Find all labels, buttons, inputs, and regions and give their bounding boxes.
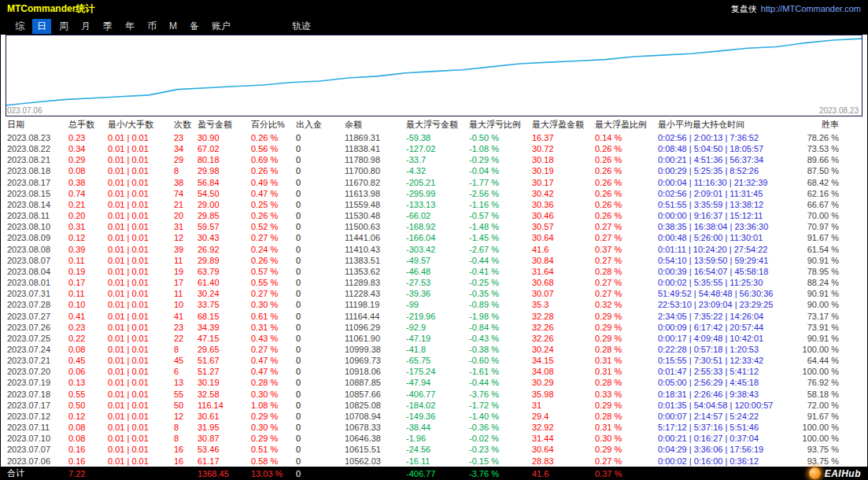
row27-col1: 0.08 <box>68 433 108 444</box>
menu-item-6[interactable]: 年 <box>120 19 139 34</box>
row24-col13: 72.00 % <box>796 400 839 411</box>
row24-col10: 31 <box>532 400 595 411</box>
row25-col2: 0.01 | 0.01 <box>108 411 174 422</box>
table-row[interactable]: 2023.08.150.740.01 | 0.017454.500.47 %01… <box>1 188 867 199</box>
row19-col13: 100.00 % <box>796 344 839 355</box>
row15-col5: 0.30 % <box>251 299 296 310</box>
row23-col11: 0.33 % <box>595 389 658 400</box>
row16-col7: 11164.44 <box>345 311 406 322</box>
table-row[interactable]: 2023.08.180.080.01 | 0.01829.980.26 %011… <box>1 165 867 176</box>
row28-col5: 0.51 % <box>251 444 296 455</box>
row25-col3: 12 <box>174 411 198 422</box>
table-row[interactable]: 2023.08.110.200.01 | 0.012029.850.26 %01… <box>1 210 867 221</box>
table-row[interactable]: 2023.07.210.450.01 | 0.014551.670.47 %01… <box>1 355 867 366</box>
row11-col0: 2023.08.07 <box>7 255 68 266</box>
row24-col0: 2023.07.17 <box>7 400 68 411</box>
row2-col6: 0 <box>296 154 345 165</box>
row16-col8: -219.96 <box>406 311 469 322</box>
menu-item-10[interactable]: 账户 <box>207 19 235 34</box>
column-header-col6: 出入金 <box>296 119 345 131</box>
table-row[interactable]: 2023.07.270.410.01 | 0.014168.150.61 %01… <box>1 311 867 322</box>
menu-item-7[interactable]: 币 <box>142 19 161 34</box>
table-row[interactable]: 2023.07.110.080.01 | 0.01831.950.30 %010… <box>1 422 867 433</box>
menu-item-9[interactable]: 备 <box>185 19 204 34</box>
table-row[interactable]: 2023.07.200.060.01 | 0.01651.270.47 %010… <box>1 366 867 377</box>
table-row[interactable]: 2023.08.070.110.01 | 0.011129.890.26 %01… <box>1 255 867 266</box>
menu-item-4[interactable]: 月 <box>76 19 95 34</box>
row12-col3: 19 <box>174 266 198 277</box>
table-row[interactable]: 2023.07.240.080.01 | 0.01829.650.27 %010… <box>1 344 867 355</box>
table-row[interactable]: 2023.07.120.120.01 | 0.011230.610.29 %01… <box>1 411 867 422</box>
table-row[interactable]: 2023.07.180.550.01 | 0.015532.580.30 %01… <box>1 389 867 400</box>
row8-col7: 11500.63 <box>345 221 406 232</box>
row7-col10: 30.46 <box>532 210 595 221</box>
menu-item-8[interactable]: M <box>164 20 182 32</box>
row2-col13: 89.66 % <box>796 154 839 165</box>
row18-col1: 0.22 <box>68 333 108 344</box>
table-row[interactable]: 2023.07.310.110.01 | 0.011130.240.27 %01… <box>1 288 867 299</box>
row16-col1: 0.41 <box>68 311 108 322</box>
table-row[interactable]: 2023.08.140.210.01 | 0.012129.000.25 %01… <box>1 199 867 210</box>
row0-col1: 0.23 <box>68 132 108 143</box>
row26-col3: 8 <box>174 422 198 433</box>
row9-col1: 0.12 <box>68 232 108 243</box>
table-row[interactable]: 2023.08.010.170.01 | 0.011761.400.55 %01… <box>1 277 867 288</box>
table-row[interactable]: 2023.07.280.100.01 | 0.011033.750.30 %01… <box>1 299 867 310</box>
table-row[interactable]: 2023.07.250.220.01 | 0.012247.150.43 %01… <box>1 333 867 344</box>
row4-col4: 56.84 <box>198 177 251 188</box>
table-row[interactable]: 2023.08.210.290.01 | 0.012980.180.69 %01… <box>1 154 867 165</box>
row2-col7: 11780.98 <box>345 154 406 165</box>
menu-item-2[interactable]: 日 <box>32 19 51 34</box>
table-row[interactable]: 2023.08.090.120.01 | 0.011230.430.27 %01… <box>1 232 867 243</box>
column-header-col13: 胜率 <box>796 119 839 131</box>
row10-col12: 0:01:11 | 10:24:20 | 27:54:22 <box>658 244 796 255</box>
column-header-col7: 余额 <box>345 119 406 131</box>
row28-col4: 53.46 <box>198 444 251 455</box>
row5-col5: 0.47 % <box>251 188 296 199</box>
row20-col2: 0.01 | 0.01 <box>108 355 174 366</box>
menu-item-3[interactable]: 周 <box>54 19 73 34</box>
table-row[interactable]: 2023.08.230.230.01 | 0.012330.900.26 %01… <box>1 132 867 143</box>
menu-item-track[interactable]: 轨迹 <box>287 19 316 34</box>
row27-col2: 0.01 | 0.01 <box>108 433 174 444</box>
table-row[interactable]: 2023.08.100.310.01 | 0.013159.570.52 %01… <box>1 221 867 232</box>
table-row[interactable]: 2023.08.040.190.01 | 0.011963.790.57 %01… <box>1 266 867 277</box>
row5-col10: 30.42 <box>532 188 595 199</box>
menu-item-1[interactable]: 综 <box>10 19 29 34</box>
row19-col6: 0 <box>296 344 345 355</box>
row11-col5: 0.26 % <box>251 255 296 266</box>
row23-col13: 58.18 % <box>796 389 839 400</box>
row9-col0: 2023.08.09 <box>7 232 68 243</box>
row24-col6: 0 <box>296 400 345 411</box>
table-row[interactable]: 2023.08.220.340.01 | 0.013467.020.56 %01… <box>1 143 867 154</box>
row27-col3: 8 <box>174 433 198 444</box>
row13-col12: 0:00:02 | 5:35:55 | 11:25:30 <box>658 277 796 288</box>
row28-col8: -24.56 <box>406 444 469 455</box>
row16-col5: 0.61 % <box>251 311 296 322</box>
row14-col3: 11 <box>174 288 198 299</box>
table-row[interactable]: 2023.07.190.130.01 | 0.011330.190.28 %01… <box>1 377 867 388</box>
menu-item-5[interactable]: 季 <box>98 19 117 34</box>
row14-col4: 30.24 <box>198 288 251 299</box>
row15-col8: -99 <box>406 299 469 310</box>
table-row[interactable]: 2023.07.260.230.01 | 0.012334.390.31 %01… <box>1 322 867 333</box>
row9-col13: 91.67 % <box>796 232 839 243</box>
row9-col10: 30.64 <box>532 232 595 243</box>
row0-col13: 78.26 % <box>796 132 839 143</box>
row7-col6: 0 <box>296 210 345 221</box>
row8-col4: 59.57 <box>198 221 251 232</box>
table-row[interactable]: 2023.07.070.160.01 | 0.011653.460.51 %01… <box>1 444 867 455</box>
row20-col4: 51.67 <box>198 355 251 366</box>
table-row[interactable]: 2023.07.170.500.01 | 0.0150116.141.08 %0… <box>1 400 867 411</box>
table-row[interactable]: 2023.07.060.160.01 | 0.011661.170.58 %01… <box>1 456 867 467</box>
table-row[interactable]: 2023.08.080.390.01 | 0.013926.920.24 %01… <box>1 244 867 255</box>
brand-url-link[interactable]: http://MTCommander.com <box>761 4 861 13</box>
table-row[interactable]: 2023.07.100.080.01 | 0.01830.870.29 %010… <box>1 433 867 444</box>
row28-col9: -0.23 % <box>469 444 532 455</box>
row22-col13: 76.92 % <box>796 377 839 388</box>
row18-col6: 0 <box>296 333 345 344</box>
row8-col3: 31 <box>174 221 198 232</box>
row4-col11: 0.26 % <box>595 177 658 188</box>
table-row[interactable]: 2023.08.170.380.01 | 0.013856.840.49 %01… <box>1 177 867 188</box>
row17-col2: 0.01 | 0.01 <box>108 322 174 333</box>
